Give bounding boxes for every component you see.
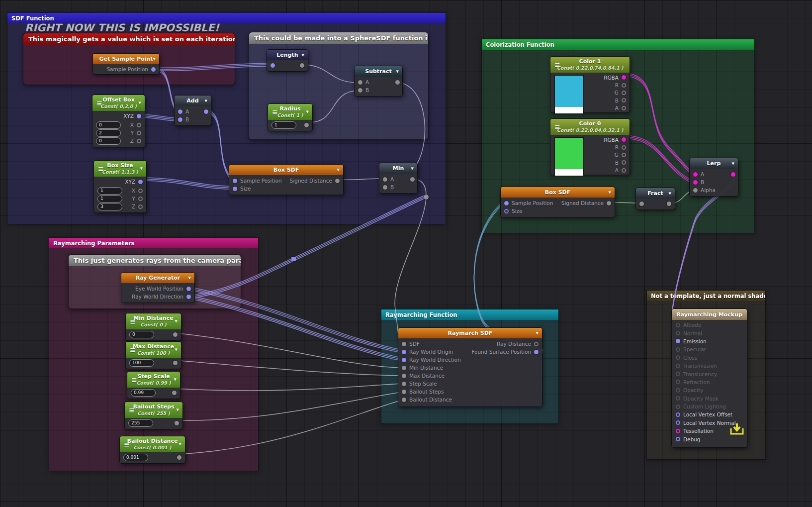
node-lerp[interactable]: Lerp ▼ A B Alpha <box>689 158 738 197</box>
output-port-ray-world-direction[interactable] <box>186 295 191 299</box>
output-port-found-surface-position[interactable] <box>534 350 539 354</box>
node-header[interactable]: Add ▼ <box>175 96 211 106</box>
comment-rays-header[interactable]: This just generates rays from the camera… <box>69 255 241 266</box>
node-header[interactable]: ≡ Min Distance Const( 0 ) ▼ <box>126 313 181 329</box>
input-port-gloss[interactable] <box>676 355 680 360</box>
node-box-sdf-1[interactable]: Box SDF ▼ Sample Position Signed Distanc… <box>229 164 344 195</box>
input-port-opacity[interactable] <box>676 388 680 393</box>
output-port-a[interactable] <box>622 106 626 110</box>
download-icon[interactable] <box>729 422 744 436</box>
output-port[interactable] <box>395 80 400 85</box>
comment-magic-header[interactable]: This magically gets a value which is set… <box>23 33 235 45</box>
output-port-eye-world-position[interactable] <box>186 287 191 291</box>
output-port-signed-distance[interactable] <box>607 201 611 205</box>
node-color-0[interactable]: ≡ Color 0 Const( 0.22,0.84,0.32,1 ) RGBA… <box>550 118 630 175</box>
output-port[interactable] <box>177 455 181 460</box>
node-add[interactable]: Add ▼ A B <box>174 95 211 126</box>
input-port-local-vertex-offset[interactable] <box>676 412 680 417</box>
output-port[interactable] <box>204 109 208 114</box>
menu-icon[interactable]: ≡ <box>130 347 136 352</box>
value-field-y[interactable]: 2 <box>96 129 121 137</box>
output-port[interactable] <box>410 177 415 182</box>
input-port[interactable] <box>271 63 275 68</box>
reroute-dot-vector[interactable] <box>291 257 296 261</box>
value-field[interactable]: 0 <box>129 331 154 338</box>
input-port-sample-position[interactable] <box>233 179 237 183</box>
input-port-tessellation[interactable] <box>676 429 680 433</box>
input-port-emission[interactable] <box>676 339 680 343</box>
node-header[interactable]: Fract ▼ <box>636 188 675 199</box>
input-port-custom-lighting[interactable] <box>676 405 680 409</box>
node-color-1[interactable]: ≡ Color 1 Const( 0.22,0.74,0.84,1 ) RGBA… <box>550 56 630 113</box>
output-port-g[interactable] <box>622 153 626 157</box>
input-port-b[interactable] <box>358 88 362 93</box>
output-port-b[interactable] <box>622 98 626 102</box>
input-port-a[interactable] <box>178 109 182 114</box>
chevron-down-icon[interactable]: ▼ <box>302 53 304 57</box>
node-header[interactable]: Box SDF ▼ <box>229 165 343 175</box>
node-header[interactable]: ≡ Bailout Steps Const( 255 ) ▼ <box>125 402 182 418</box>
output-port[interactable] <box>175 421 179 425</box>
node-header[interactable]: Box SDF ▼ <box>501 187 615 198</box>
output-port-r[interactable] <box>622 83 626 88</box>
value-field-y[interactable]: 1 <box>97 195 122 203</box>
node-length[interactable]: Length ▼ <box>267 49 308 72</box>
input-port-b[interactable] <box>178 117 182 122</box>
output-port-a[interactable] <box>622 168 626 173</box>
input-port-alpha[interactable] <box>693 188 698 193</box>
output-port-xyz[interactable] <box>138 180 143 184</box>
output-port[interactable] <box>304 123 309 127</box>
chevron-down-icon[interactable]: ▼ <box>177 407 179 413</box>
input-port-debug[interactable] <box>676 437 680 441</box>
input-port-bailout-distance[interactable] <box>402 398 406 402</box>
chevron-down-icon[interactable]: ▼ <box>669 192 671 196</box>
chevron-down-icon[interactable]: ▼ <box>139 100 141 106</box>
chevron-down-icon[interactable]: ▼ <box>174 377 177 383</box>
input-port-min-distance[interactable] <box>402 366 406 370</box>
input-port-z[interactable] <box>138 204 143 209</box>
menu-icon[interactable]: ≡ <box>129 407 135 412</box>
node-box-size[interactable]: ≡ Box Size Const( 1,1,3 ) ▼ XYZ 1X 1Y 3Z <box>93 160 147 213</box>
input-port-x[interactable] <box>137 123 141 127</box>
input-port-a[interactable] <box>358 80 362 85</box>
node-header[interactable]: Length ▼ <box>267 50 308 60</box>
group-colorization-header[interactable]: Colorization Function <box>482 39 754 50</box>
input-port[interactable] <box>639 202 644 206</box>
input-port-x[interactable] <box>138 189 143 193</box>
output-port-b[interactable] <box>622 160 626 165</box>
value-field-z[interactable]: 0 <box>96 137 121 145</box>
node-bailout-steps[interactable]: ≡ Bailout Steps Const( 255 ) ▼ 255 <box>124 402 183 429</box>
input-port-z[interactable] <box>137 139 141 143</box>
value-field-x[interactable]: 0 <box>96 121 121 129</box>
input-port-ray-world-direction[interactable] <box>402 358 406 362</box>
output-port[interactable] <box>300 63 304 68</box>
chevron-down-icon[interactable]: ▼ <box>396 70 399 74</box>
node-header[interactable]: ≡ Bailout Distance Const( 0.001 ) ▼ <box>120 436 185 452</box>
output-port-signed-distance[interactable] <box>335 179 340 183</box>
node-header[interactable]: Raymarching Mockup <box>672 309 747 320</box>
value-field-z[interactable]: 3 <box>97 203 122 210</box>
node-header[interactable]: ≡ Box Size Const( 1,1,3 ) ▼ <box>94 161 146 177</box>
input-port-size[interactable] <box>233 187 237 191</box>
input-port-max-distance[interactable] <box>402 374 406 378</box>
node-header[interactable]: Min ▼ <box>379 163 417 174</box>
input-port-b[interactable] <box>383 185 387 190</box>
menu-icon[interactable]: ≡ <box>124 442 130 447</box>
chevron-down-icon[interactable]: ▼ <box>188 276 191 280</box>
output-port-rgba[interactable] <box>622 75 626 80</box>
group-raymarching-function-header[interactable]: Raymarching Function <box>381 309 558 320</box>
input-port-local-vertex-normal[interactable] <box>676 420 680 425</box>
input-port-translucency[interactable] <box>676 372 680 376</box>
node-subtract[interactable]: Subtract ▼ A B <box>354 66 403 97</box>
node-header[interactable]: Subtract ▼ <box>355 66 402 77</box>
input-port-size[interactable] <box>504 209 509 213</box>
output-port[interactable] <box>667 202 671 206</box>
input-port-transmission[interactable] <box>676 364 680 368</box>
node-header[interactable]: Ray Generator ▼ <box>121 273 194 283</box>
node-radius[interactable]: ≡ Radius Const( 1 ) ▼ 1 <box>268 103 313 131</box>
output-port[interactable] <box>172 391 177 395</box>
chevron-down-icon[interactable]: ▼ <box>411 167 414 171</box>
node-get-sample-point[interactable]: Get Sample Point ▼ Sample Position <box>92 53 160 75</box>
output-port-rgba[interactable] <box>622 137 626 142</box>
chevron-down-icon[interactable]: ▼ <box>175 347 178 353</box>
